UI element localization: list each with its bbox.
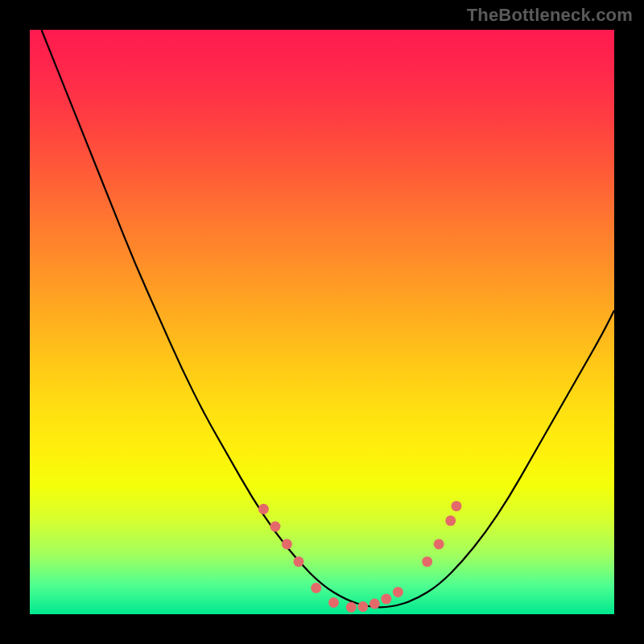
chart-svg [30,30,614,614]
scatter-dot [369,598,380,609]
chart-frame: TheBottleneck.com [0,0,644,644]
scatter-dot [422,556,432,567]
scatter-dots [258,501,462,613]
scatter-dot [451,501,461,511]
scatter-dot [293,556,303,567]
scatter-dot [346,602,357,613]
scatter-dot [270,522,280,532]
curve-line [42,30,614,607]
scatter-dot [357,601,368,612]
scatter-dot [393,587,403,597]
scatter-dot [311,583,321,593]
watermark-text: TheBottleneck.com [467,5,633,26]
scatter-dot [258,504,269,514]
curve-path [42,30,614,607]
scatter-dot [328,597,339,608]
scatter-dot [282,539,292,549]
scatter-dot [445,515,456,526]
plot-area [30,30,614,614]
scatter-dot [381,594,391,605]
scatter-dot [434,539,444,549]
